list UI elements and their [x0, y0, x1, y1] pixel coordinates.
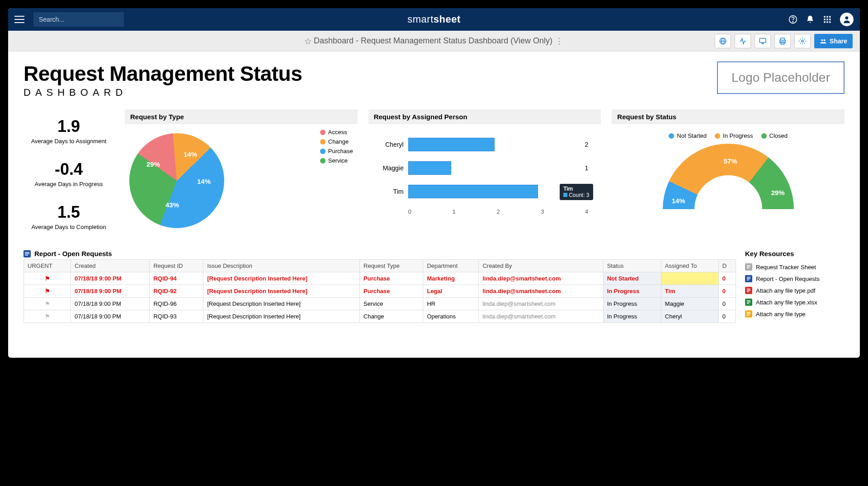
- svg-rect-27: [25, 252, 29, 253]
- svg-rect-7: [824, 19, 826, 20]
- help-icon[interactable]: [788, 15, 797, 24]
- print-button[interactable]: [774, 34, 791, 48]
- settings-button[interactable]: [794, 34, 811, 48]
- logo-placeholder: Logo Placeholder: [717, 61, 844, 94]
- svg-rect-44: [747, 302, 750, 303]
- report-title: Report - Open Requests: [34, 250, 112, 257]
- svg-rect-28: [25, 253, 29, 254]
- bar-chart[interactable]: Cheryl2 Maggie1 TimTimCount: 33 01234: [372, 129, 598, 215]
- panel-request-by-status: Request by Status Not Started In Progres…: [612, 109, 844, 238]
- chart-tooltip: TimCount: 3: [560, 184, 593, 200]
- star-icon[interactable]: [305, 38, 311, 44]
- svg-point-24: [821, 39, 823, 41]
- bar-value: 2: [585, 141, 589, 148]
- more-icon[interactable]: ⋮: [555, 36, 563, 46]
- donut-slice-label: 14%: [672, 197, 685, 205]
- svg-rect-10: [824, 21, 826, 23]
- svg-rect-11: [826, 21, 828, 23]
- table-row[interactable]: ⚑07/18/18 9:00 PMRQID-96[Request Descrip…: [24, 298, 736, 310]
- resource-link[interactable]: Attach any file type: [745, 308, 844, 320]
- donut-chart[interactable]: 14% 57% 29%: [663, 144, 794, 211]
- svg-rect-8: [826, 19, 828, 20]
- pie-chart[interactable]: 14% 14% 43% 29%: [129, 133, 224, 228]
- metric-value: 1.9: [24, 117, 114, 136]
- svg-rect-29: [25, 255, 28, 256]
- table-header[interactable]: Assigned To: [661, 260, 718, 272]
- bar-value: 1: [585, 164, 589, 172]
- document-toolbar: Dashboard - Request Management Status Da…: [8, 31, 860, 51]
- table-header[interactable]: Created By: [479, 260, 603, 272]
- resource-link[interactable]: Report - Open Requests: [745, 273, 844, 285]
- apps-icon[interactable]: [823, 15, 832, 24]
- bar-label: Tim: [377, 188, 404, 195]
- table-row[interactable]: ⚑07/18/18 9:00 PMRQID-92[Request Descrip…: [24, 285, 736, 298]
- panel-request-by-person: Request by Assigned Person Cheryl2 Maggi…: [368, 109, 601, 238]
- table-header[interactable]: Status: [603, 260, 661, 272]
- svg-point-0: [118, 19, 118, 20]
- svg-rect-49: [747, 315, 749, 316]
- pie-legend: Access Change Purchase Service: [320, 129, 353, 167]
- svg-rect-41: [747, 291, 749, 292]
- donut-slice-label: 57%: [724, 157, 737, 165]
- bell-icon[interactable]: [806, 15, 815, 24]
- key-resources: Key Resources Request Tracker SheetRepor…: [745, 250, 844, 323]
- resource-link[interactable]: Attach any file type.xlsx: [745, 296, 844, 308]
- svg-point-23: [802, 40, 804, 42]
- bar-label: Cheryl: [377, 141, 404, 148]
- table-header[interactable]: Request Type: [360, 260, 423, 272]
- svg-rect-36: [747, 278, 750, 279]
- svg-rect-5: [826, 16, 828, 18]
- page-subtitle: DASHBOARD: [24, 87, 302, 98]
- table-header[interactable]: Issue Description: [203, 260, 360, 272]
- svg-rect-48: [747, 313, 750, 314]
- svg-rect-43: [747, 300, 750, 301]
- brand-logo: smartsheet: [407, 14, 460, 25]
- metric-value: -0.4: [24, 160, 114, 179]
- pie-slice-label: 43%: [165, 201, 179, 209]
- document-title: Dashboard - Request Management Status Da…: [305, 36, 563, 46]
- svg-point-25: [824, 39, 826, 41]
- search-input-wrap[interactable]: [33, 12, 124, 27]
- metric-label: Average Days to Completion: [24, 224, 114, 230]
- table-header[interactable]: D: [718, 260, 736, 272]
- table-row[interactable]: ⚑07/18/18 9:00 PMRQID-94[Request Descrip…: [24, 272, 736, 285]
- bar-label: Maggie: [377, 164, 404, 172]
- resource-link[interactable]: Attach any file type.pdf: [745, 285, 844, 296]
- table-header[interactable]: Department: [423, 260, 479, 272]
- top-nav: smartsheet: [8, 8, 860, 31]
- table-header[interactable]: URGENT: [24, 260, 71, 272]
- resource-link[interactable]: Request Tracker Sheet: [745, 261, 844, 273]
- pie-slice-label: 29%: [146, 160, 160, 168]
- metric-label: Average Days in Progress: [24, 181, 114, 187]
- globe-button[interactable]: [715, 34, 731, 48]
- search-icon[interactable]: [118, 15, 118, 24]
- pie-slice-label: 14%: [197, 178, 211, 185]
- svg-point-3: [793, 21, 793, 22]
- metrics-column: 1.9Average Days to Assignment -0.4Averag…: [24, 109, 114, 238]
- panel-header: Request by Type: [125, 109, 358, 124]
- svg-rect-45: [747, 303, 749, 304]
- table-header[interactable]: Request ID: [150, 260, 203, 272]
- search-input[interactable]: [39, 16, 118, 23]
- panel-request-by-type: Request by Type 14% 14% 43% 29% Access C…: [125, 109, 358, 238]
- activity-button[interactable]: [735, 34, 751, 48]
- donut-legend: Not Started In Progress Closed: [615, 129, 841, 144]
- panel-header: Request by Status: [612, 109, 844, 124]
- pie-slice-label: 14%: [184, 150, 197, 158]
- metric-label: Average Days to Assignment: [24, 138, 114, 145]
- share-button[interactable]: Share: [814, 34, 853, 48]
- svg-rect-47: [747, 312, 750, 313]
- avatar[interactable]: [840, 13, 854, 26]
- table-row[interactable]: ⚑07/18/18 9:00 PMRQID-93[Request Descrip…: [24, 310, 736, 323]
- bar-axis: 01234: [377, 208, 589, 215]
- report-table[interactable]: URGENTCreatedRequest IDIssue Description…: [24, 259, 736, 323]
- panel-header: Request by Assigned Person: [368, 109, 601, 124]
- table-header[interactable]: Created: [71, 260, 150, 272]
- svg-rect-40: [747, 290, 750, 291]
- page-title: Request Management Status: [24, 61, 302, 86]
- donut-slice-label: 29%: [771, 189, 785, 196]
- present-button[interactable]: [755, 34, 771, 48]
- svg-rect-12: [829, 21, 830, 23]
- report-icon: [24, 250, 31, 257]
- menu-icon[interactable]: [14, 16, 24, 23]
